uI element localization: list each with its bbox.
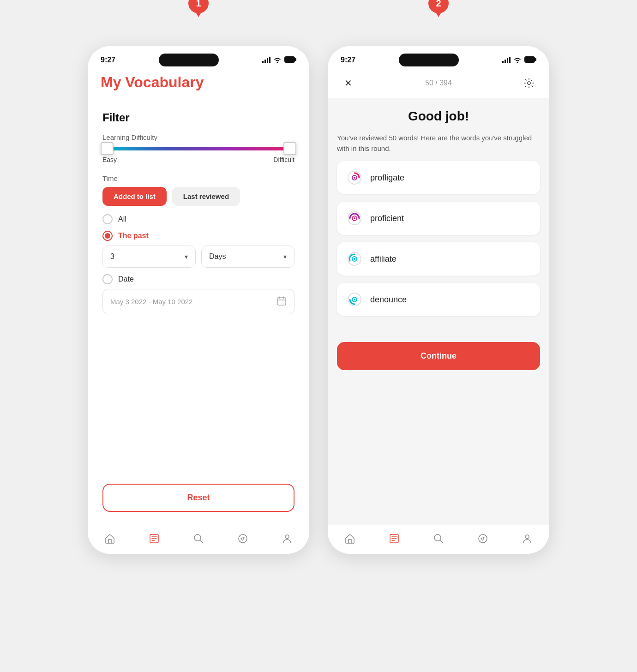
step-badge-2: 2	[428, 0, 449, 13]
nav-list-1[interactable]	[148, 533, 160, 545]
svg-rect-2	[277, 298, 286, 305]
difficulty-slider[interactable]	[102, 147, 294, 150]
notch-1	[159, 54, 219, 66]
number-value: 3	[110, 252, 114, 261]
word-text-3: affiliate	[370, 254, 397, 264]
radio-past-label: The past	[118, 232, 149, 240]
home-icon-1	[104, 533, 116, 545]
svg-point-19	[354, 258, 355, 260]
vocab-header: My Vocabulary	[88, 70, 309, 98]
radio-all[interactable]: All	[102, 214, 294, 224]
good-job-title: Good job!	[337, 109, 540, 124]
svg-point-25	[479, 534, 487, 543]
difficulty-label: Learning Difficulty	[102, 133, 294, 141]
unit-dropdown[interactable]: Days ▾	[201, 246, 294, 268]
word-text-4: denounce	[370, 295, 407, 305]
date-placeholder: May 3 2022 - May 10 2022	[110, 298, 192, 306]
last-reviewed-btn[interactable]: Last reviewed	[172, 187, 240, 206]
explore-icon-1	[237, 533, 249, 545]
bottom-nav-1	[88, 525, 309, 554]
profile-icon-2	[521, 533, 533, 545]
battery-icon-2	[524, 56, 536, 64]
nav-explore-1[interactable]	[237, 533, 249, 545]
search-icon-2	[433, 533, 445, 545]
close-button[interactable]: ✕	[341, 76, 355, 90]
nav-list-2[interactable]	[388, 533, 400, 545]
svg-rect-7	[525, 56, 535, 62]
radio-date-label: Date	[118, 275, 134, 283]
nav-home-2[interactable]	[344, 533, 356, 545]
word-card-3[interactable]: affiliate	[337, 242, 540, 276]
search-icon-1	[192, 533, 204, 545]
signal-icon-1	[262, 57, 270, 63]
status-bar-2: 9:27	[328, 46, 549, 70]
slider-thumb-left[interactable]	[101, 142, 114, 155]
time-section: Time Added to list Last reviewed All	[102, 174, 294, 314]
svg-point-5	[239, 534, 247, 543]
nav-search-1[interactable]	[192, 533, 204, 545]
status-bar-1: 9:27	[88, 46, 309, 70]
word-card-2[interactable]: proficient	[337, 202, 540, 235]
svg-point-4	[194, 534, 201, 541]
svg-rect-0	[285, 56, 295, 62]
unit-chevron: ▾	[283, 253, 287, 260]
phone-2: 9:27	[328, 46, 549, 554]
signal-icon-2	[502, 57, 511, 63]
radio-all-label: All	[118, 215, 126, 223]
svg-point-16	[354, 217, 355, 219]
svg-rect-1	[295, 58, 296, 61]
easy-label: Easy	[102, 156, 117, 163]
explore-icon-2	[477, 533, 489, 545]
date-range-input[interactable]: May 3 2022 - May 10 2022	[102, 289, 294, 314]
calendar-icon	[276, 296, 287, 307]
status-icons-1	[262, 56, 296, 64]
slider-labels: Easy Difficult	[102, 156, 294, 163]
nav-profile-2[interactable]	[521, 533, 533, 545]
word-card-4[interactable]: denounce	[337, 283, 540, 316]
added-to-list-btn[interactable]: Added to list	[102, 187, 167, 206]
status-time-2: 9:27	[341, 56, 355, 64]
number-chevron: ▾	[185, 253, 188, 260]
radio-group: All The past	[102, 214, 294, 241]
svg-point-9	[528, 82, 530, 84]
vocab-title: My Vocabulary	[101, 74, 296, 91]
phone-1: 9:27	[88, 46, 309, 554]
nav-search-2[interactable]	[433, 533, 445, 545]
battery-icon-1	[284, 56, 296, 64]
nav-profile-1[interactable]	[281, 533, 293, 545]
list-icon-2	[388, 533, 400, 545]
svg-point-13	[354, 177, 355, 179]
radio-date-circle[interactable]	[102, 274, 113, 284]
nav-home-1[interactable]	[104, 533, 116, 545]
filter-sheet: Filter Learning Difficulty Easy Difficul…	[91, 98, 306, 525]
nav-explore-2[interactable]	[477, 533, 489, 545]
reset-button[interactable]: Reset	[102, 484, 294, 512]
profile-icon-1	[281, 533, 293, 545]
radio-past-circle[interactable]	[102, 231, 113, 241]
continue-button[interactable]: Continue	[337, 342, 540, 370]
home-icon-2	[344, 533, 356, 545]
radio-the-past[interactable]: The past	[102, 231, 294, 241]
word-icon-3	[346, 251, 363, 267]
time-label: Time	[102, 174, 294, 182]
progress-text: 50 / 394	[425, 79, 452, 87]
settings-button[interactable]	[522, 76, 536, 90]
word-icon-2	[346, 210, 363, 227]
step-badge-1: 1	[188, 0, 209, 13]
svg-point-22	[354, 299, 355, 300]
difficult-label: Difficult	[273, 156, 294, 163]
radio-date[interactable]: Date	[102, 274, 294, 284]
notch-2	[399, 54, 459, 66]
number-dropdown[interactable]: 3 ▾	[102, 246, 196, 268]
wifi-icon-1	[273, 56, 282, 64]
review-header: ✕ 50 / 394	[328, 70, 549, 98]
word-icon-1	[346, 169, 363, 186]
radio-all-circle[interactable]	[102, 214, 113, 224]
wifi-icon-2	[513, 56, 522, 64]
slider-thumb-right[interactable]	[283, 142, 296, 155]
word-text-2: proficient	[370, 214, 404, 223]
radio-date-group: Date	[102, 274, 294, 284]
unit-value: Days	[209, 252, 226, 261]
word-card-1[interactable]: profligate	[337, 161, 540, 194]
bottom-nav-2	[328, 525, 549, 554]
